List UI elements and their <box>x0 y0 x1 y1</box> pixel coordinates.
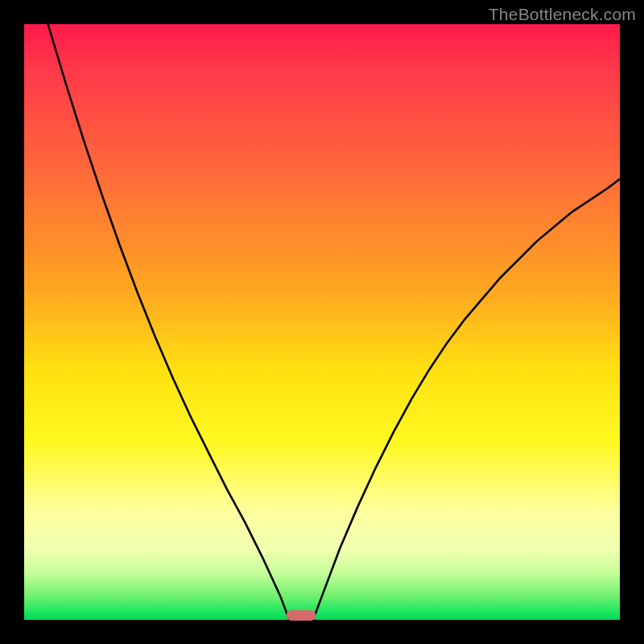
optimal-marker <box>287 610 316 621</box>
bottleneck-curve <box>24 24 620 620</box>
left-branch-path <box>48 24 290 620</box>
right-branch-path <box>313 179 620 620</box>
chart-frame: TheBottleneck.com <box>0 0 644 644</box>
watermark-text: TheBottleneck.com <box>489 5 636 24</box>
plot-area <box>24 24 620 620</box>
